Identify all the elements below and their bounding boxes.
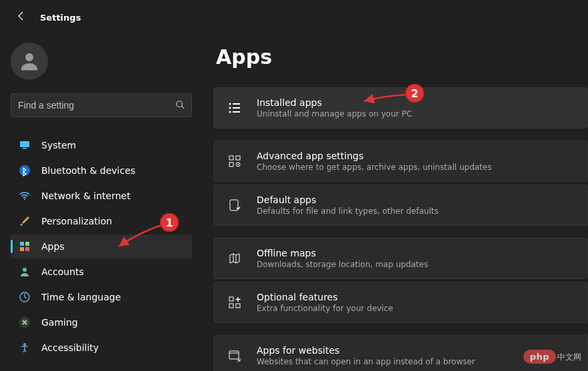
wifi-icon <box>19 190 31 202</box>
sidebar-item-label: Network & internet <box>41 190 131 201</box>
grid-gear-icon <box>227 154 242 169</box>
sidebar-item-gaming[interactable]: Gaming <box>11 310 192 334</box>
svg-point-1 <box>177 101 183 107</box>
page-title: Apps <box>213 45 588 69</box>
search-icon[interactable] <box>175 100 185 111</box>
svg-point-17 <box>229 107 231 109</box>
card-default-apps[interactable]: Default apps Defaults for file and link … <box>213 185 588 226</box>
card-desc: Downloads, storage location, map updates <box>257 260 428 269</box>
sidebar-item-apps[interactable]: Apps <box>11 234 192 258</box>
sidebar-item-label: Apps <box>41 241 65 252</box>
svg-rect-22 <box>236 156 240 160</box>
apps-icon <box>19 240 31 252</box>
svg-rect-26 <box>230 200 238 210</box>
svg-rect-10 <box>25 247 29 251</box>
monitor-icon <box>19 139 31 151</box>
grid-plus-icon <box>227 295 242 310</box>
svg-rect-4 <box>23 148 27 149</box>
sidebar-item-system[interactable]: System <box>11 133 192 157</box>
window-header: Settings <box>0 0 588 32</box>
card-title: Offline maps <box>257 248 428 258</box>
svg-point-19 <box>229 111 231 113</box>
sidebar-item-label: Accounts <box>41 266 84 277</box>
sidebar-item-accounts[interactable]: Accounts <box>11 260 192 284</box>
card-title: Installed apps <box>257 97 412 108</box>
brush-icon <box>19 215 31 227</box>
card-title: Advanced app settings <box>257 151 491 161</box>
svg-rect-8 <box>25 242 29 246</box>
card-desc: Extra functionality for your device <box>257 304 393 313</box>
svg-point-0 <box>25 53 33 61</box>
svg-point-14 <box>23 343 26 346</box>
svg-rect-16 <box>233 103 240 105</box>
clock-globe-icon <box>19 291 31 303</box>
svg-point-11 <box>23 268 27 272</box>
list-icon <box>227 101 242 115</box>
card-title: Apps for websites <box>257 345 475 356</box>
watermark-brand: php <box>523 350 556 364</box>
card-desc: Websites that can open in an app instead… <box>257 357 475 366</box>
svg-rect-20 <box>233 111 240 113</box>
svg-rect-27 <box>229 297 233 301</box>
window-link-icon <box>227 348 242 363</box>
card-optional-features[interactable]: Optional features Extra functionality fo… <box>213 282 588 323</box>
accessibility-icon <box>19 342 31 354</box>
sidebar-item-personalization[interactable]: Personalization <box>11 209 192 233</box>
card-offline-maps[interactable]: Offline maps Downloads, storage location… <box>213 238 588 279</box>
svg-point-25 <box>237 164 239 165</box>
sidebar-item-label: Personalization <box>41 216 112 226</box>
sidebar-item-bluetooth[interactable]: Bluetooth & devices <box>11 159 192 183</box>
svg-line-2 <box>182 106 185 109</box>
back-icon[interactable] <box>16 11 27 24</box>
card-title: Default apps <box>257 194 439 205</box>
avatar[interactable] <box>11 43 48 80</box>
svg-rect-30 <box>229 351 239 359</box>
sidebar-item-label: Bluetooth & devices <box>41 165 135 176</box>
sidebar-item-label: Time & language <box>41 292 121 302</box>
gaming-icon <box>19 316 31 328</box>
sidebar: System Bluetooth & devices Network & int… <box>0 32 200 371</box>
person-icon <box>19 266 31 278</box>
svg-point-6 <box>24 198 25 200</box>
svg-rect-18 <box>233 107 240 109</box>
svg-rect-3 <box>20 141 29 147</box>
svg-rect-9 <box>20 247 24 251</box>
card-installed-apps[interactable]: Installed apps Uninstall and manage apps… <box>213 87 588 129</box>
watermark-suffix: 中文网 <box>557 352 581 362</box>
doc-check-icon <box>227 198 242 212</box>
header-title: Settings <box>40 13 81 23</box>
map-icon <box>227 251 242 266</box>
sidebar-item-time[interactable]: Time & language <box>11 285 192 309</box>
search-box[interactable] <box>11 93 192 117</box>
svg-point-15 <box>229 103 231 105</box>
watermark: php中文网 <box>523 350 581 363</box>
sidebar-item-label: System <box>41 140 76 151</box>
svg-rect-7 <box>20 242 24 246</box>
sidebar-item-accessibility[interactable]: Accessibility <box>11 336 192 360</box>
main-content: Apps Installed apps Uninstall and manage… <box>200 32 588 371</box>
card-advanced-app-settings[interactable]: Advanced app settings Choose where to ge… <box>213 141 588 182</box>
sidebar-item-network[interactable]: Network & internet <box>11 184 192 208</box>
sidebar-item-label: Accessibility <box>41 342 99 353</box>
svg-rect-29 <box>236 304 240 308</box>
sidebar-item-label: Gaming <box>41 317 78 328</box>
svg-rect-23 <box>229 163 233 167</box>
search-input[interactable] <box>18 100 175 111</box>
card-desc: Choose where to get apps, archive apps, … <box>257 163 491 172</box>
svg-rect-21 <box>229 156 233 160</box>
svg-rect-28 <box>229 304 233 308</box>
card-desc: Uninstall and manage apps on your PC <box>257 109 412 119</box>
bluetooth-icon <box>19 165 31 177</box>
card-desc: Defaults for file and link types, other … <box>257 206 439 216</box>
card-title: Optional features <box>257 292 393 302</box>
